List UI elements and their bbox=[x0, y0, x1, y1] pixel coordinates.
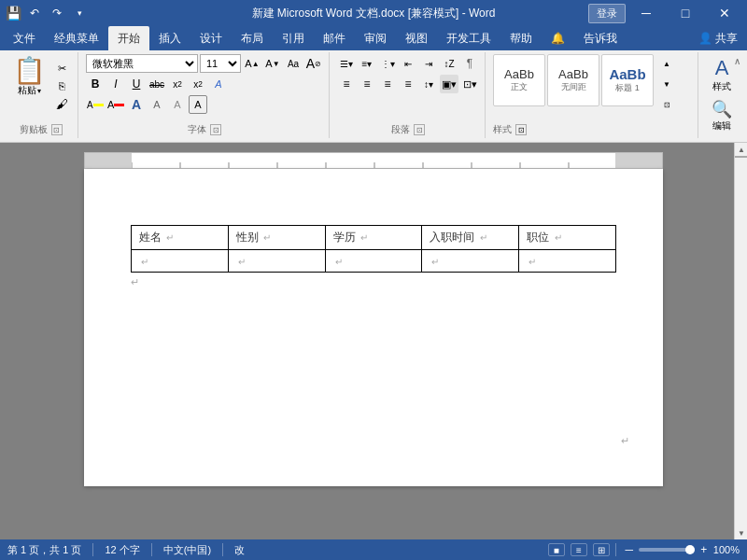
shading-button[interactable]: ▣▾ bbox=[440, 75, 458, 93]
vertical-scrollbar[interactable]: ▲ ▼ bbox=[734, 143, 747, 539]
menu-mailings[interactable]: 邮件 bbox=[314, 26, 355, 50]
subscript-button[interactable]: x2 bbox=[168, 75, 187, 93]
scroll-down-button[interactable]: ▼ bbox=[735, 526, 747, 539]
ribbon-collapse-button[interactable]: ∧ bbox=[730, 54, 743, 67]
menu-bell[interactable]: 🔔 bbox=[542, 26, 574, 50]
justify-button[interactable]: ≡ bbox=[399, 75, 417, 93]
menu-help[interactable]: 帮助 bbox=[500, 26, 542, 50]
clipboard-expander[interactable]: ⊡ bbox=[51, 124, 63, 135]
view-web-button[interactable]: ≡ bbox=[571, 543, 587, 556]
font-size-up[interactable]: A bbox=[127, 95, 146, 114]
styles-scroll-up[interactable]: ▲ bbox=[657, 54, 676, 73]
menu-references[interactable]: 引用 bbox=[273, 26, 314, 50]
menu-share[interactable]: 👤 共享 bbox=[689, 26, 747, 50]
menu-layout[interactable]: 布局 bbox=[232, 26, 273, 50]
menu-classic[interactable]: 经典菜单 bbox=[45, 26, 108, 50]
table-cell-hiredate[interactable]: ↵ bbox=[422, 250, 519, 273]
align-center-button[interactable]: ≡ bbox=[358, 75, 376, 93]
font-name-select[interactable]: 微软雅黑 bbox=[86, 54, 198, 73]
italic-button[interactable]: I bbox=[106, 75, 125, 93]
paragraph-expander[interactable]: ⊡ bbox=[414, 124, 425, 135]
scroll-thumb[interactable] bbox=[735, 156, 747, 158]
menu-review[interactable]: 审阅 bbox=[355, 26, 396, 50]
table-header-name[interactable]: 姓名 ↵ bbox=[132, 226, 229, 250]
table-cell-education[interactable]: ↵ bbox=[325, 250, 422, 273]
decrease-indent-button[interactable]: ⇤ bbox=[399, 54, 417, 73]
line-spacing-button[interactable]: ↕▾ bbox=[419, 75, 438, 93]
menu-tell-me[interactable]: 告诉我 bbox=[574, 26, 627, 50]
table-header-gender[interactable]: 性别 ↵ bbox=[228, 226, 325, 250]
underline-button[interactable]: U bbox=[127, 75, 146, 93]
table-cell-position[interactable]: ↵ bbox=[519, 250, 616, 273]
menu-insert[interactable]: 插入 bbox=[149, 26, 190, 50]
save-icon[interactable]: 💾 bbox=[4, 4, 22, 22]
change-case-button[interactable]: Aa bbox=[284, 54, 303, 73]
language-indicator[interactable]: 中文(中国) bbox=[163, 543, 211, 557]
strikethrough-button[interactable]: abc bbox=[148, 75, 166, 93]
font-size-down[interactable]: A bbox=[148, 95, 166, 114]
font-size-select[interactable]: 11 bbox=[200, 54, 241, 73]
font-color-button[interactable]: A bbox=[106, 95, 125, 114]
table-cell-name[interactable]: ↵ bbox=[132, 250, 229, 273]
view-print-button[interactable]: ■ bbox=[548, 543, 565, 556]
copy-button[interactable]: ⎘ bbox=[51, 77, 72, 94]
bold-button[interactable]: B bbox=[86, 75, 105, 93]
find-replace-button[interactable]: 🔍 编辑 bbox=[706, 97, 738, 134]
increase-indent-button[interactable]: ⇥ bbox=[419, 54, 438, 73]
status-right-area: ■ ≡ ⊞ ─ + 100% bbox=[548, 543, 740, 556]
status-sep-4 bbox=[615, 543, 616, 556]
border-button[interactable]: ⊡▾ bbox=[460, 75, 479, 93]
font-shade[interactable]: A bbox=[168, 95, 187, 114]
table-header-education[interactable]: 学历 ↵ bbox=[325, 226, 422, 250]
styles-more[interactable]: ⊡ bbox=[657, 95, 676, 114]
table-cell-gender[interactable]: ↵ bbox=[228, 250, 325, 273]
document-table[interactable]: 姓名 ↵ 性别 ↵ 学历 ↵ 入职时间 ↵ bbox=[131, 225, 616, 273]
menu-developer[interactable]: 开发工具 bbox=[437, 26, 500, 50]
styles-scroll-down[interactable]: ▼ bbox=[657, 75, 676, 93]
ruler-corner-right bbox=[643, 153, 662, 168]
font-border[interactable]: A bbox=[189, 95, 207, 114]
font-shrink-button[interactable]: A▼ bbox=[263, 54, 282, 73]
styles-expander[interactable]: ⊡ bbox=[515, 124, 527, 135]
numbering-button[interactable]: ≡▾ bbox=[358, 54, 376, 73]
minimize-button[interactable]: ─ bbox=[627, 0, 665, 26]
view-read-button[interactable]: ⊞ bbox=[593, 543, 610, 556]
align-left-button[interactable]: ≡ bbox=[337, 75, 356, 93]
zoom-percent[interactable]: 100% bbox=[713, 544, 740, 555]
clear-format-button[interactable]: A⊘ bbox=[304, 54, 323, 73]
show-marks-button[interactable]: ¶ bbox=[460, 54, 479, 73]
maximize-button[interactable]: □ bbox=[667, 0, 704, 26]
login-button[interactable]: 登录 bbox=[588, 4, 626, 23]
style-no-spacing[interactable]: AaBb 无间距 bbox=[547, 54, 599, 106]
sort-button[interactable]: ↕Z bbox=[440, 54, 458, 73]
zoom-out-button[interactable]: ─ bbox=[622, 543, 637, 556]
text-effects-button[interactable]: A bbox=[209, 75, 228, 93]
align-right-button[interactable]: ≡ bbox=[378, 75, 397, 93]
customize-qat-button[interactable]: ▾ bbox=[69, 3, 90, 23]
paragraph-label: 段落 ⊡ bbox=[337, 123, 479, 138]
font-grow-button[interactable]: A▲ bbox=[243, 54, 261, 73]
superscript-button[interactable]: x2 bbox=[189, 75, 207, 93]
table-header-position[interactable]: 职位 ↵ bbox=[519, 226, 616, 250]
multilevel-button[interactable]: ⋮▾ bbox=[378, 54, 397, 73]
redo-button[interactable]: ↷ bbox=[47, 3, 67, 23]
zoom-in-button[interactable]: + bbox=[697, 543, 712, 556]
table-header-hiredate[interactable]: 入职时间 ↵ bbox=[422, 226, 519, 250]
menu-home[interactable]: 开始 bbox=[108, 26, 149, 50]
undo-button[interactable]: ↶ bbox=[24, 3, 45, 23]
font-expander[interactable]: ⊡ bbox=[210, 124, 221, 135]
style-normal[interactable]: AaBb 正文 bbox=[493, 54, 545, 106]
cut-button[interactable]: ✂ bbox=[51, 60, 72, 77]
style-heading1[interactable]: AaBb 标题 1 bbox=[601, 54, 654, 106]
scroll-up-button[interactable]: ▲ bbox=[735, 143, 747, 156]
menu-file[interactable]: 文件 bbox=[4, 26, 45, 50]
bullets-button[interactable]: ☰▾ bbox=[337, 54, 356, 73]
close-button[interactable]: ✕ bbox=[706, 0, 743, 26]
word-count: 12 个字 bbox=[105, 543, 139, 557]
text-highlight-button[interactable]: A bbox=[86, 95, 105, 114]
menu-view[interactable]: 视图 bbox=[396, 26, 437, 50]
format-painter-button[interactable]: 🖌 bbox=[51, 95, 72, 112]
zoom-slider[interactable] bbox=[639, 548, 695, 552]
menu-design[interactable]: 设计 bbox=[190, 26, 232, 50]
paste-button[interactable]: 📋 粘贴 ▾ bbox=[9, 56, 49, 99]
